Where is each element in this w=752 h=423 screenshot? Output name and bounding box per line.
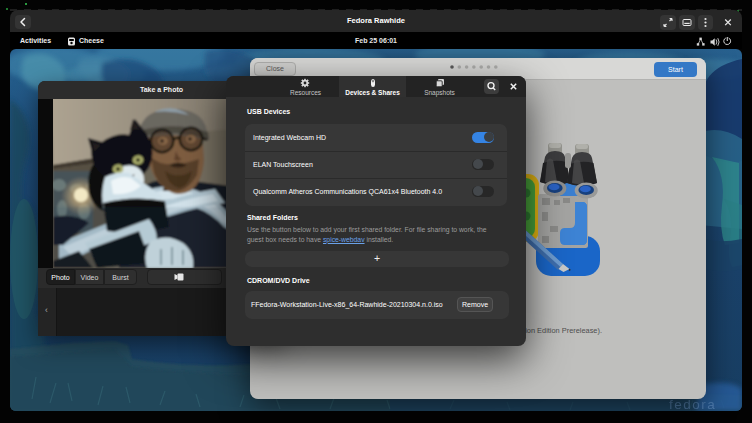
svg-text:fedora: fedora (669, 397, 716, 411)
